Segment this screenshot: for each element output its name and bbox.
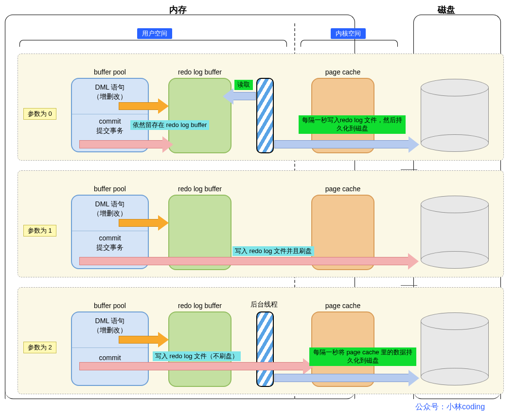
note-every-sec-page-cache: 每隔一秒将 page cache 里的数据持久化到磁盘: [309, 347, 416, 366]
cylinder-top: [421, 79, 489, 96]
cylinder-top: [421, 196, 489, 213]
param-label-0: 参数为 0: [23, 108, 56, 120]
dml-block: DML 语句 （增删改）: [77, 83, 143, 101]
disk-cylinder-2: [421, 312, 489, 385]
commit-block: commit 提交事务: [77, 234, 143, 252]
credit-text: 公众号：小林coding: [415, 402, 485, 412]
dml-line2: （增删改）: [93, 209, 127, 217]
cylinder-bottom: [421, 368, 489, 385]
title-memory: 内存: [169, 4, 187, 16]
title-disk: 磁盘: [438, 4, 455, 16]
arrow-dml-to-redo-0: [119, 102, 160, 110]
user-space-label: 用户空间: [137, 28, 172, 39]
connector-line: [401, 169, 417, 170]
note-every-sec-write: 每隔一秒写入redo log 文件，然后持久化到磁盘: [299, 115, 406, 134]
divider: [72, 347, 148, 348]
redo-header: redo log buffer: [169, 185, 231, 193]
note-read: 读取: [234, 80, 253, 90]
cylinder-bottom: [421, 251, 489, 269]
dml-line2: （增删改）: [93, 92, 127, 100]
commit-en: commit: [99, 354, 121, 362]
redo-header: redo log buffer: [169, 68, 231, 76]
divider: [72, 114, 148, 114]
diagram-canvas: 内存 磁盘 用户空间 内核空间 参数为 0 buffer pool DML 语句…: [0, 0, 516, 420]
divider: [72, 231, 148, 231]
dml-line2: （增删改）: [93, 326, 127, 334]
cylinder-top: [421, 312, 489, 330]
buffer-pool-header: buffer pool: [72, 68, 148, 76]
note-stay-in-buffer: 依然留存在 redo log buffer: [130, 120, 209, 130]
kernel-space-label: 内核空间: [331, 28, 366, 39]
dml-line1: DML 语句: [95, 317, 125, 325]
param-label-2: 参数为 2: [23, 342, 56, 353]
commit-en: commit: [99, 117, 121, 125]
arrow-dml-to-redo-1: [119, 219, 160, 227]
commit-cn: 提交事务: [96, 243, 124, 251]
buffer-pool-2: buffer pool DML 语句 （增删改） commit: [71, 311, 149, 386]
arrow-commit-to-pcache-2: [79, 362, 305, 370]
redo-header: redo log buffer: [169, 302, 231, 310]
arrow-thread-to-disk-2: [274, 374, 410, 382]
arrow-thread-read-0: [231, 92, 256, 100]
bg-thread-label: 后台线程: [250, 300, 278, 309]
user-space-bracket: [19, 40, 287, 47]
disk-cylinder-1: [421, 196, 489, 269]
note-write-no-flush: 写入 redo log 文件（不刷盘）: [153, 351, 241, 361]
redo-log-buffer-0: redo log buffer: [168, 78, 231, 153]
kernel-space-bracket: [301, 40, 398, 47]
arrow-dml-to-redo-2: [119, 336, 160, 344]
arrow-commit-to-disk-1: [79, 257, 410, 265]
bg-thread-0: [256, 78, 274, 153]
commit-block: commit: [77, 353, 143, 363]
commit-cn: 提交事务: [96, 127, 124, 134]
redo-log-buffer-2: redo log buffer: [168, 311, 231, 387]
dml-block: DML 语句 （增删改）: [77, 316, 143, 335]
dml-line1: DML 语句: [95, 200, 125, 208]
commit-en: commit: [99, 234, 121, 242]
arrow-thread-to-disk-0: [274, 140, 410, 148]
buffer-pool-header: buffer pool: [72, 185, 148, 193]
connector-line: [401, 285, 417, 286]
arrow-commit-to-redo-0: [79, 140, 164, 148]
note-write-and-flush: 写入 redo log 文件并且刷盘: [232, 246, 314, 256]
bg-thread-2: [256, 311, 274, 387]
cylinder-bottom: [421, 134, 489, 152]
page-cache-header: page cache: [312, 185, 374, 193]
disk-cylinder-0: [421, 79, 489, 152]
page-cache-header: page cache: [312, 302, 374, 310]
dml-block: DML 语句 （增删改）: [77, 200, 143, 218]
param-label-1: 参数为 1: [23, 225, 56, 237]
page-cache-header: page cache: [312, 68, 374, 76]
dml-line1: DML 语句: [95, 83, 125, 91]
buffer-pool-header: buffer pool: [72, 302, 148, 310]
